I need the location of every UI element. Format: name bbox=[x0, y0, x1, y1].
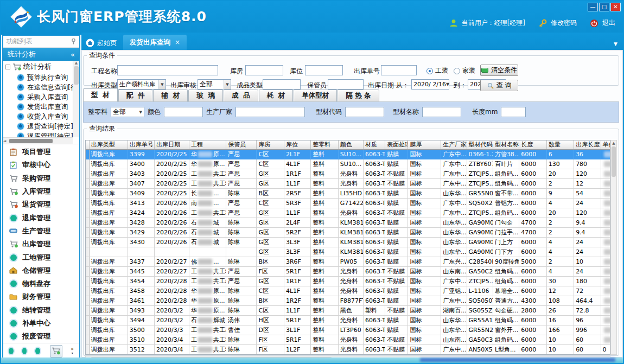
grid-cell[interactable]: ZTBY607 bbox=[467, 159, 493, 169]
grid-cell[interactable]: D区 bbox=[257, 325, 284, 335]
grid-cell[interactable]: 60 bbox=[574, 344, 601, 354]
grid-cell[interactable]: F区 bbox=[257, 266, 284, 276]
grid-cell[interactable]: 6063-T5 bbox=[364, 276, 385, 286]
grid-cell[interactable]: 贴膜 bbox=[385, 218, 408, 227]
grid-cell[interactable]: 3493 bbox=[128, 305, 154, 315]
sidebar-module-7[interactable]: 出库管理 bbox=[3, 238, 79, 251]
grid-cell[interactable]: 整料 bbox=[311, 169, 338, 178]
grid-cell[interactable]: 整料 bbox=[311, 344, 338, 354]
grid-cell[interactable]: SQ5050T20 bbox=[467, 296, 493, 305]
grid-cell[interactable]: 国标 bbox=[408, 344, 441, 354]
grid-cell[interactable]: 广东中... bbox=[441, 296, 467, 305]
grid-cell[interactable]: 光身料 bbox=[338, 344, 363, 354]
grid-cell[interactable]: 华原... bbox=[189, 286, 226, 296]
grid-column-header-0[interactable]: 出库类型 bbox=[89, 141, 128, 149]
grid-row-12[interactable]: 调拨出库34452020/2/27工共工程严思F区5R1F整料光身料6063-T… bbox=[86, 266, 610, 276]
grid-cell[interactable]: 166 bbox=[546, 325, 574, 335]
grid-cell[interactable]: 3429 bbox=[128, 227, 154, 237]
grid-cell[interactable]: 严思 bbox=[226, 149, 257, 159]
grid-cell[interactable]: 整料 bbox=[311, 286, 338, 296]
grid-cell[interactable]: G区 bbox=[257, 276, 284, 286]
grid-cell[interactable]: 汤伟 bbox=[226, 315, 257, 325]
grid-cell[interactable]: 3500 bbox=[128, 325, 154, 335]
sidebar-module-3[interactable]: 入库管理 bbox=[3, 185, 79, 198]
grid-cell[interactable]: 120 bbox=[574, 208, 601, 218]
grid-cell[interactable] bbox=[601, 305, 610, 315]
grid-cell[interactable]: 3403 bbox=[128, 169, 154, 178]
grid-cell[interactable]: 30 bbox=[546, 276, 574, 286]
grid-cell[interactable]: 6063-T5 bbox=[364, 344, 385, 354]
grid-column-header-1[interactable]: 出库单号 bbox=[128, 141, 154, 149]
grid-cell[interactable]: KLM3817 bbox=[338, 237, 363, 247]
grid-cell[interactable]: 20 bbox=[546, 208, 574, 218]
material-tab-0[interactable]: 型 材 bbox=[83, 88, 118, 101]
close-button[interactable]: ✕ bbox=[610, 3, 621, 11]
grid-cell[interactable]: 6000 bbox=[519, 335, 546, 344]
grid-cell[interactable]: 3512 bbox=[128, 344, 154, 354]
grid-cell[interactable]: 山东华... bbox=[441, 325, 467, 335]
grid-cell[interactable]: 国标 bbox=[408, 198, 441, 208]
grid-cell[interactable]: 陈琳 bbox=[226, 188, 257, 198]
grid-cell[interactable]: 0 bbox=[601, 344, 610, 354]
grid-cell[interactable]: G区 bbox=[257, 208, 284, 218]
grid-cell[interactable]: 36 bbox=[574, 149, 601, 159]
grid-cell[interactable]: 2 bbox=[546, 227, 574, 237]
grid-cell[interactable]: 54 bbox=[574, 188, 601, 198]
grid-cell[interactable]: ZTCJP5... bbox=[467, 208, 493, 218]
grid-cell[interactable]: 工共工程 bbox=[189, 178, 226, 188]
grid-cell[interactable]: 3400 bbox=[128, 159, 154, 169]
grid-cell[interactable]: 百叶片 bbox=[493, 159, 519, 169]
grid-cell[interactable]: 光身料 bbox=[338, 286, 363, 296]
grid-cell[interactable] bbox=[601, 276, 610, 286]
grid-cell[interactable]: 2020/3/2 bbox=[155, 315, 189, 325]
grid-cell[interactable]: 72 bbox=[574, 286, 601, 296]
search-button[interactable]: 查 询 bbox=[480, 80, 518, 91]
grid-cell[interactable]: 整料 bbox=[311, 198, 338, 208]
grid-cell[interactable]: 国标 bbox=[408, 305, 441, 315]
grid-cell[interactable]: 贴膜 bbox=[385, 315, 408, 325]
grid-cell[interactable]: C区 bbox=[257, 198, 284, 208]
grid-cell[interactable]: 调拨出库 bbox=[89, 218, 128, 227]
grid-cell[interactable]: 山东华... bbox=[441, 247, 467, 257]
clear-conditions-button[interactable]: 清空条件 bbox=[480, 65, 518, 76]
grid-cell[interactable]: 广东中... bbox=[441, 208, 467, 218]
grid-cell[interactable] bbox=[601, 208, 610, 218]
grid-cell[interactable]: 2020/2/26 bbox=[155, 218, 189, 227]
grid-cell[interactable]: 2020/2/25 bbox=[155, 149, 189, 159]
outbound-type-select[interactable]: 生产领料出库▼ bbox=[117, 79, 166, 90]
grid-cell[interactable]: 石辉城 bbox=[189, 315, 226, 325]
grid-cell[interactable]: 6063-T5 bbox=[364, 315, 385, 325]
tree-vertical-scrollbar[interactable]: ▲ bbox=[73, 61, 79, 137]
grid-cell[interactable]: 整料 bbox=[311, 188, 338, 198]
grid-column-header-14[interactable]: 型材名称 bbox=[493, 141, 519, 149]
logout-link[interactable]: 退出 bbox=[602, 18, 615, 28]
material-tab-5[interactable]: 耗 材 bbox=[259, 90, 294, 101]
grid-cell[interactable]: 调拨出库 bbox=[89, 286, 128, 296]
material-tab-6[interactable]: 单体型材 bbox=[294, 90, 337, 101]
tree-item-0[interactable]: 预算执行查询 bbox=[3, 73, 73, 82]
grid-row-19[interactable]: 调拨出库35102020/3/4工共工程陈琳F区5R1F整料光身料6063-T5… bbox=[86, 335, 610, 344]
grid-column-header-17[interactable]: 出库长度 bbox=[574, 141, 601, 149]
sidebar-module-13[interactable]: 补单中心 bbox=[3, 317, 79, 330]
grid-cell[interactable]: 2800 bbox=[519, 305, 546, 315]
grid-row-20[interactable]: 调拨出库35122020/3/4工共工程陈琳F区1L2F整料光身料6063-T5… bbox=[86, 344, 610, 354]
grid-cell[interactable]: 整料 bbox=[311, 247, 338, 257]
grid-cell[interactable]: 6000 bbox=[519, 237, 546, 247]
whole-piece-select[interactable]: 全部▼ bbox=[111, 107, 144, 117]
grid-cell[interactable]: 60 bbox=[574, 335, 601, 344]
grid-cell[interactable]: 6000 bbox=[519, 178, 546, 188]
grid-cell[interactable]: 3L3F bbox=[284, 247, 310, 257]
sidebar-module-11[interactable]: 财务管理 bbox=[3, 290, 79, 303]
grid-cell[interactable]: 24 bbox=[574, 237, 601, 247]
grid-cell[interactable]: 石城 bbox=[189, 218, 226, 227]
grid-row-3[interactable]: 调拨出库34072020/2/25工共工程严思G区1L1F整料光身料6063-T… bbox=[86, 178, 610, 188]
grid-cell[interactable] bbox=[601, 325, 610, 335]
grid-cell[interactable]: 9.4 bbox=[574, 218, 601, 227]
grid-cell[interactable]: 广东中... bbox=[441, 149, 467, 159]
grid-cell[interactable]: L-1106 bbox=[467, 286, 493, 296]
grid-cell[interactable]: 3428 bbox=[128, 218, 154, 227]
tree-item-4[interactable]: 收货入库查询 bbox=[3, 112, 73, 122]
grid-cell[interactable]: 山东华... bbox=[441, 218, 467, 227]
grid-cell[interactable] bbox=[601, 178, 610, 188]
grid-cell[interactable]: SQ50X2... bbox=[467, 198, 493, 208]
